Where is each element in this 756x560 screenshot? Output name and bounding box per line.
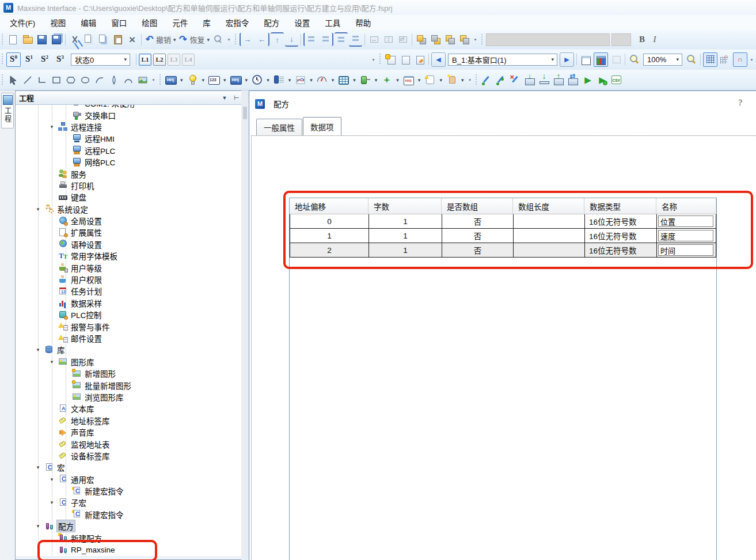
grid-icon[interactable] xyxy=(703,52,717,67)
menu-item[interactable]: 设置 xyxy=(287,15,317,30)
tree-item-任务计划[interactable]: 任务计划 xyxy=(16,285,246,297)
lamp-dropdown-icon[interactable]: ▾ xyxy=(202,77,205,83)
menu-item[interactable]: 配方 xyxy=(256,15,287,30)
word-button-icon[interactable] xyxy=(229,73,242,86)
tree-item-邮件设置[interactable]: 邮件设置 xyxy=(16,332,246,344)
move-down-layer-icon[interactable] xyxy=(458,33,471,46)
move-up-layer-icon[interactable] xyxy=(443,33,457,46)
table-row[interactable]: 21否16位无符号数 xyxy=(290,243,716,257)
toolbar-overflow-icon[interactable]: ▾ xyxy=(466,74,473,86)
copy-icon[interactable] xyxy=(82,33,96,46)
column-header-是否数组[interactable]: 是否数组 xyxy=(442,198,513,214)
tree-item-新增图形[interactable]: 新增图形 xyxy=(16,368,246,379)
toolbar-grip[interactable] xyxy=(159,74,162,86)
state-button-S2[interactable]: S2 xyxy=(37,52,52,67)
same-size-icon[interactable] xyxy=(396,33,409,46)
layer-button-L3[interactable]: L3 xyxy=(168,54,180,66)
tree-item-新建宏指令[interactable]: 新建宏指令 xyxy=(16,485,246,497)
window-plain-icon[interactable] xyxy=(579,53,592,66)
add-window-icon[interactable] xyxy=(384,53,397,66)
shrink-bottom-icon[interactable] xyxy=(285,32,298,47)
expander-icon[interactable]: ▾ xyxy=(34,206,42,212)
copy-format-icon[interactable] xyxy=(97,33,110,46)
curve-icon[interactable] xyxy=(121,73,135,86)
menu-item[interactable]: 编辑 xyxy=(73,15,104,30)
toolbar-grip[interactable] xyxy=(235,34,238,46)
rect-icon[interactable] xyxy=(50,73,63,86)
lamp-icon[interactable] xyxy=(186,73,199,86)
tree-item-配方[interactable]: ▾配方 xyxy=(16,520,246,532)
cut-icon[interactable] xyxy=(68,33,81,46)
bold-button[interactable]: B xyxy=(636,35,648,44)
word-button-dropdown-icon[interactable]: ▾ xyxy=(245,77,248,83)
layer-button-L4[interactable]: L4 xyxy=(182,54,195,66)
shrink-left-icon[interactable] xyxy=(240,33,254,46)
open-folder-icon[interactable] xyxy=(21,33,34,46)
align-top-icon[interactable] xyxy=(335,32,348,47)
tree-item-文本库[interactable]: 文本库 xyxy=(16,403,246,414)
tree-item-子宏[interactable]: ▾子宏 xyxy=(16,497,246,508)
compile-all-icon[interactable] xyxy=(495,73,508,86)
ellipse-icon[interactable] xyxy=(78,73,92,86)
trend-icon[interactable] xyxy=(294,73,307,86)
window-combo[interactable]: B_1:基本窗口(1)▾ xyxy=(448,54,557,66)
window-list-icon[interactable] xyxy=(398,53,412,66)
toolbar-grip[interactable] xyxy=(379,54,382,65)
download-icon[interactable] xyxy=(523,73,537,86)
send-back-icon[interactable] xyxy=(429,33,442,46)
tree-item-全局设置[interactable]: 全局设置 xyxy=(16,215,246,226)
tree-item-系统设定[interactable]: ▾系统设定 xyxy=(16,203,246,215)
tree-item-设备标签库[interactable]: 设备标签库 xyxy=(16,450,246,461)
layer-button-L1[interactable]: L1 xyxy=(139,54,151,66)
clear-compile-icon[interactable] xyxy=(509,73,522,86)
tree-item-语种设置[interactable]: 语种设置 xyxy=(16,239,246,250)
tab-数据项[interactable]: 数据项 xyxy=(303,117,341,135)
meter-dropdown-icon[interactable]: ▾ xyxy=(332,77,335,83)
polyline-icon[interactable] xyxy=(35,73,48,86)
column-header-数据类型[interactable]: 数据类型 xyxy=(584,198,656,214)
toolbar-overflow-icon[interactable]: ▾ xyxy=(370,54,377,65)
upload-icon[interactable] xyxy=(552,73,565,86)
tree-hscrollbar[interactable] xyxy=(16,556,246,559)
align-left-icon[interactable] xyxy=(303,33,318,46)
tree-item-用户权限[interactable]: 用户权限 xyxy=(16,274,246,285)
help-button[interactable]: ? xyxy=(738,98,742,108)
layer-button-L2[interactable]: L2 xyxy=(153,54,166,66)
usb-transfer-icon[interactable] xyxy=(567,73,580,86)
state-combo[interactable]: 状态0▾ xyxy=(71,54,130,66)
tree-item-批量新增图形[interactable]: 批量新增图形 xyxy=(16,379,246,391)
menu-item[interactable]: 绘图 xyxy=(134,15,165,30)
toolbar-grip[interactable] xyxy=(476,74,478,86)
pointer-icon[interactable] xyxy=(6,73,20,86)
toolbar-grip[interactable] xyxy=(2,54,5,65)
tree-item-库[interactable]: ▾库 xyxy=(16,344,246,355)
tree-item-地址标签库[interactable]: 地址标签库 xyxy=(16,415,246,426)
toolbar-overflow-icon[interactable]: ▾ xyxy=(472,34,478,46)
menu-item[interactable]: 窗口 xyxy=(104,15,134,30)
expander-icon[interactable]: ▾ xyxy=(34,523,42,529)
polygon-icon[interactable] xyxy=(64,73,77,86)
move-icon[interactable] xyxy=(380,73,393,86)
bit-button-icon[interactable] xyxy=(164,73,177,86)
expander-icon[interactable]: ▾ xyxy=(48,124,56,130)
valve-icon[interactable] xyxy=(359,73,372,86)
zoom-out-icon[interactable] xyxy=(685,53,698,66)
tree-item-报警与事件[interactable]: 报警与事件 xyxy=(16,320,246,332)
italic-button[interactable]: I xyxy=(648,35,661,44)
pin-icon[interactable]: ⊥ xyxy=(232,93,241,103)
tree-item-COM1: 未使用[interactable]: COM1: 未使用 xyxy=(16,105,246,109)
menu-item[interactable]: 文件(F) xyxy=(2,15,43,30)
tree-item-宏[interactable]: ▾宏 xyxy=(16,461,246,473)
tree-item-键盘[interactable]: 键盘 xyxy=(16,191,246,203)
tree-item-新建宏指令[interactable]: 新建宏指令 xyxy=(16,509,246,520)
window-colored-icon[interactable] xyxy=(594,52,608,67)
numeric-icon[interactable] xyxy=(207,73,221,86)
tree-item-图形库[interactable]: ▾图形库 xyxy=(16,356,246,368)
tree-item-交换串口[interactable]: 交换串口 xyxy=(16,109,246,120)
find-icon[interactable] xyxy=(211,33,225,46)
menu-item[interactable]: 宏指令 xyxy=(218,15,257,30)
new-file-icon[interactable] xyxy=(6,33,20,46)
column-header-地址偏移[interactable]: 地址偏移 xyxy=(290,198,368,214)
undo-button[interactable]: 撤销 xyxy=(156,34,171,45)
align-right-icon[interactable] xyxy=(319,33,333,46)
